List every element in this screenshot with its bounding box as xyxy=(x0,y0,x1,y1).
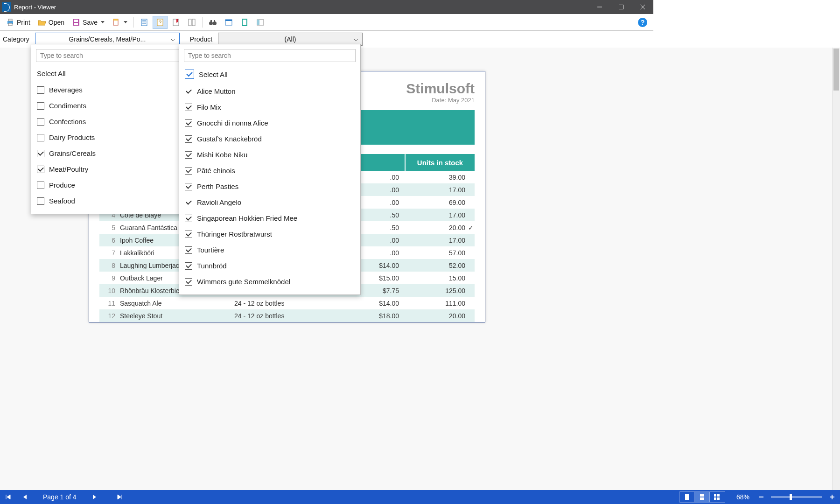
checkbox-icon xyxy=(185,215,192,222)
svg-rect-27 xyxy=(242,19,247,26)
svg-rect-30 xyxy=(257,20,259,25)
option-label: Ravioli Angelo xyxy=(197,196,241,209)
cell-stock: 15.00 xyxy=(405,274,475,282)
parameters-button[interactable]: ? xyxy=(153,16,168,29)
product-option[interactable]: Singaporean Hokkien Fried Mee xyxy=(179,210,360,226)
table-row: 12Steeleye Stout24 - 12 oz bottles$18.00… xyxy=(99,309,475,322)
option-label: Singaporean Hokkien Fried Mee xyxy=(197,212,297,224)
editor-icon xyxy=(256,18,265,27)
save-button[interactable]: Save xyxy=(69,16,108,29)
chevron-down-icon xyxy=(124,21,127,23)
report-date: Date: May 2021 xyxy=(406,97,475,104)
bookmarks-button[interactable] xyxy=(168,16,183,29)
toolbar-separator xyxy=(202,17,203,28)
maximize-button[interactable] xyxy=(610,0,632,14)
category-value: Grains/Cereals, Meat/Po... xyxy=(35,35,179,43)
check-icon: ✓ xyxy=(468,224,474,231)
cell-qty: 24 - 12 oz bottles xyxy=(234,312,349,320)
product-option[interactable]: Alice Mutton xyxy=(179,84,360,99)
svg-rect-1 xyxy=(619,5,623,9)
parameters-icon: ? xyxy=(156,18,164,27)
select-all-checkbox xyxy=(185,70,194,79)
svg-rect-20 xyxy=(192,19,195,26)
product-option[interactable]: Gustaf's Knäckebröd xyxy=(179,131,360,147)
close-button[interactable] xyxy=(632,0,653,14)
checkbox-icon xyxy=(185,262,192,270)
page-setup-button[interactable] xyxy=(109,16,131,29)
page-icon xyxy=(112,18,120,27)
window-title: Report - Viewer xyxy=(14,4,56,11)
minimize-button[interactable] xyxy=(589,0,610,14)
product-option[interactable]: Ravioli Angelo xyxy=(179,195,360,210)
cell-stock: 52.00 xyxy=(405,262,475,269)
row-number: 11 xyxy=(99,300,120,307)
product-option[interactable]: Tunnbröd xyxy=(179,258,360,274)
toolbar-separator xyxy=(133,17,134,28)
help-button[interactable]: ? xyxy=(635,16,651,29)
cell-stock: 17.00 xyxy=(405,237,475,244)
print-label: Print xyxy=(17,19,30,26)
app-icon xyxy=(2,2,11,12)
svg-rect-23 xyxy=(210,20,212,22)
zoom-page-button[interactable] xyxy=(237,16,252,29)
report-brand: Stimulsoft xyxy=(406,81,475,97)
print-button[interactable]: Print xyxy=(3,16,34,29)
checkbox-icon xyxy=(37,134,44,141)
thumbnails-button[interactable] xyxy=(184,16,199,29)
row-number: 10 xyxy=(99,287,120,294)
checkbox-icon xyxy=(37,150,44,157)
product-dropdown-list: Alice MuttonFilo MixGnocchi di nonna Ali… xyxy=(179,84,360,294)
product-option[interactable]: Filo Mix xyxy=(179,99,360,115)
cell-stock: 57.00 xyxy=(405,249,475,257)
editor-button[interactable] xyxy=(253,16,268,29)
page-single-icon xyxy=(140,18,148,27)
product-search-input[interactable] xyxy=(184,49,356,62)
option-label: Wimmers gute Semmelknödel xyxy=(197,276,290,288)
row-number: 9 xyxy=(99,274,120,282)
cell-price: $18.00 xyxy=(349,312,405,320)
printer-icon xyxy=(6,18,14,27)
row-number: 7 xyxy=(99,249,120,257)
option-label: Gnocchi di nonna Alice xyxy=(197,117,268,129)
page-mode-button[interactable] xyxy=(137,16,152,29)
find-button[interactable] xyxy=(205,16,220,29)
svg-rect-19 xyxy=(189,19,191,26)
product-select-all[interactable]: Select All xyxy=(179,67,360,84)
row-number: 12 xyxy=(99,312,120,320)
option-label: Tourtière xyxy=(197,244,224,256)
option-label: Perth Pasties xyxy=(197,181,238,193)
product-option[interactable]: Thüringer Rostbratwurst xyxy=(179,226,360,242)
product-option[interactable]: Wimmers gute Semmelknödel xyxy=(179,274,360,290)
category-label: Category xyxy=(3,35,29,43)
fullscreen-button[interactable] xyxy=(221,16,236,29)
product-option[interactable]: Tourtière xyxy=(179,242,360,258)
product-value: (All) xyxy=(218,35,362,43)
svg-rect-26 xyxy=(225,20,232,21)
svg-rect-9 xyxy=(74,23,78,25)
product-option[interactable]: Pâté chinois xyxy=(179,163,360,179)
chevron-down-icon xyxy=(171,35,175,43)
checkbox-icon xyxy=(37,102,44,110)
thumbnails-icon xyxy=(188,18,196,27)
table-row: 11Sasquatch Ale24 - 12 oz bottles$14.001… xyxy=(99,297,475,309)
checkbox-icon xyxy=(185,231,192,238)
option-label: Produce xyxy=(49,179,75,191)
cell-stock: 17.00 xyxy=(405,186,475,194)
product-option[interactable]: Gnocchi di nonna Alice xyxy=(179,115,360,131)
svg-rect-24 xyxy=(214,20,215,22)
fullscreen-icon xyxy=(224,18,233,27)
svg-text:?: ? xyxy=(159,20,161,25)
cell-stock: 111.00 xyxy=(405,300,475,307)
svg-rect-6 xyxy=(8,23,12,26)
open-button[interactable]: Open xyxy=(35,16,68,29)
folder-open-icon xyxy=(38,18,46,27)
option-label: Filo Mix xyxy=(197,101,221,113)
checkbox-icon xyxy=(185,278,192,286)
product-label: Product xyxy=(190,35,212,43)
product-option[interactable]: Mishi Kobe Niku xyxy=(179,147,360,163)
product-option[interactable]: Perth Pasties xyxy=(179,179,360,195)
checkbox-icon xyxy=(185,119,192,127)
checkbox-icon xyxy=(185,199,192,206)
help-icon: ? xyxy=(638,18,647,27)
svg-rect-11 xyxy=(113,19,118,21)
